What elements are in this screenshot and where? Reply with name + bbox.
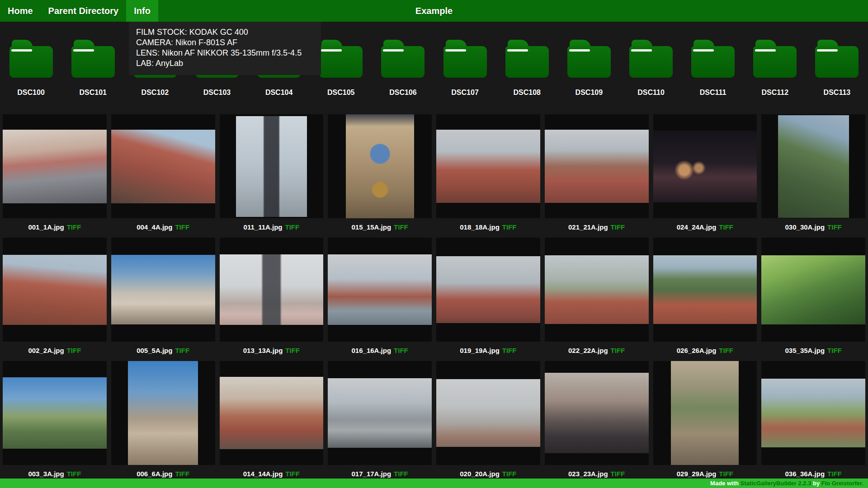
thumbnail-box[interactable]	[3, 238, 107, 342]
thumbnail-box[interactable]	[545, 114, 649, 218]
thumbnail-tiff-link[interactable]: TIFF	[827, 223, 842, 231]
folder-item[interactable]: DSC100	[9, 40, 53, 114]
thumbnail-tiff-link[interactable]: TIFF	[175, 347, 189, 354]
folder-item[interactable]: DSC110	[629, 40, 673, 114]
thumbnail-filename-link[interactable]: 015_15A.jpg	[352, 223, 392, 231]
thumbnail-filename-link[interactable]: 018_18A.jpg	[460, 223, 500, 231]
thumbnail-box[interactable]	[436, 361, 540, 465]
thumbnail-image[interactable]	[128, 361, 198, 465]
thumbnail-tiff-link[interactable]: TIFF	[502, 347, 517, 354]
thumbnail-filename-link[interactable]: 024_24A.jpg	[677, 223, 717, 231]
thumbnail-tiff-link[interactable]: TIFF	[67, 223, 81, 231]
thumbnail-image[interactable]	[761, 255, 865, 324]
thumbnail-image[interactable]	[545, 255, 649, 324]
thumbnail-filename-link[interactable]: 016_16A.jpg	[352, 347, 392, 354]
thumbnail-filename-link[interactable]: 020_20A.jpg	[460, 470, 500, 478]
thumbnail-image[interactable]	[761, 379, 865, 447]
thumbnail-tiff-link[interactable]: TIFF	[611, 470, 625, 478]
thumbnail-box[interactable]	[653, 238, 757, 342]
thumbnail-image[interactable]	[545, 373, 649, 453]
folder-item[interactable]: DSC105	[319, 40, 363, 114]
footer-builder-link[interactable]: StaticGalleryBuilder 2.2.3	[741, 480, 811, 487]
thumbnail-tiff-link[interactable]: TIFF	[502, 223, 517, 231]
thumbnail-filename-link[interactable]: 036_36A.jpg	[785, 470, 825, 478]
thumbnail-tiff-link[interactable]: TIFF	[611, 347, 625, 354]
thumbnail-box[interactable]	[220, 361, 324, 465]
folder-item[interactable]: DSC107	[443, 40, 487, 114]
thumbnail-tiff-link[interactable]: TIFF	[175, 470, 189, 478]
thumbnail-filename-link[interactable]: 019_19A.jpg	[460, 347, 500, 354]
thumbnail-filename-link[interactable]: 004_4A.jpg	[137, 223, 172, 231]
thumbnail-box[interactable]	[436, 238, 540, 342]
thumbnail-image[interactable]	[653, 131, 757, 202]
thumbnail-tiff-link[interactable]: TIFF	[719, 223, 733, 231]
thumbnail-box[interactable]	[761, 361, 865, 465]
thumbnail-filename-link[interactable]: 002_2A.jpg	[28, 347, 64, 354]
thumbnail-tiff-link[interactable]: TIFF	[285, 347, 300, 354]
thumbnail-box[interactable]	[436, 114, 540, 218]
thumbnail-tiff-link[interactable]: TIFF	[67, 470, 81, 478]
thumbnail-filename-link[interactable]: 003_3A.jpg	[28, 470, 64, 478]
thumbnail-box[interactable]	[220, 114, 324, 218]
thumbnail-image[interactable]	[436, 256, 540, 323]
thumbnail-tiff-link[interactable]: TIFF	[719, 470, 733, 478]
thumbnail-image[interactable]	[436, 379, 540, 447]
folder-item[interactable]: DSC113	[815, 40, 859, 114]
thumbnail-filename-link[interactable]: 029_29A.jpg	[677, 470, 717, 478]
thumbnail-image[interactable]	[236, 116, 307, 217]
thumbnail-filename-link[interactable]: 006_6A.jpg	[137, 470, 172, 478]
thumbnail-image[interactable]	[436, 130, 540, 203]
nav-item[interactable]: Info	[126, 0, 158, 22]
thumbnail-image[interactable]	[111, 130, 215, 203]
thumbnail-image[interactable]	[328, 254, 432, 325]
thumbnail-image[interactable]	[3, 130, 107, 203]
folder-item[interactable]: DSC101	[71, 40, 115, 114]
thumbnail-box[interactable]	[328, 114, 432, 218]
thumbnail-filename-link[interactable]: 001_1A.jpg	[28, 223, 64, 231]
thumbnail-image[interactable]	[328, 378, 432, 448]
thumbnail-filename-link[interactable]: 021_21A.jpg	[568, 223, 608, 231]
thumbnail-filename-link[interactable]: 030_30A.jpg	[785, 223, 825, 231]
thumbnail-tiff-link[interactable]: TIFF	[502, 470, 517, 478]
thumbnail-image[interactable]	[545, 130, 649, 203]
thumbnail-box[interactable]	[111, 361, 215, 465]
thumbnail-image[interactable]	[778, 115, 849, 218]
thumbnail-tiff-link[interactable]: TIFF	[827, 470, 842, 478]
thumbnail-box[interactable]	[3, 114, 107, 218]
thumbnail-box[interactable]	[761, 238, 865, 342]
thumbnail-box[interactable]	[653, 361, 757, 465]
nav-item[interactable]: Parent Directory	[41, 0, 127, 22]
thumbnail-box[interactable]	[328, 238, 432, 342]
thumbnail-image[interactable]	[220, 254, 324, 325]
thumbnail-image[interactable]	[653, 255, 757, 324]
thumbnail-box[interactable]	[761, 114, 865, 218]
thumbnail-filename-link[interactable]: 011_11A.jpg	[244, 223, 283, 231]
thumbnail-image[interactable]	[220, 377, 324, 449]
folder-item[interactable]: DSC112	[753, 40, 797, 114]
thumbnail-box[interactable]	[545, 361, 649, 465]
thumbnail-image[interactable]	[3, 377, 107, 449]
folder-item[interactable]: DSC109	[567, 40, 611, 114]
thumbnail-tiff-link[interactable]: TIFF	[285, 470, 300, 478]
thumbnail-box[interactable]	[220, 238, 324, 342]
folder-item[interactable]: DSC108	[505, 40, 549, 114]
thumbnail-image[interactable]	[3, 255, 107, 325]
thumbnail-tiff-link[interactable]: TIFF	[394, 470, 408, 478]
footer-author-link[interactable]: Flo Greistorfer.	[821, 480, 863, 487]
thumbnail-filename-link[interactable]: 035_35A.jpg	[785, 347, 825, 354]
thumbnail-tiff-link[interactable]: TIFF	[285, 223, 300, 231]
folder-item[interactable]: DSC106	[381, 40, 425, 114]
thumbnail-tiff-link[interactable]: TIFF	[719, 347, 733, 354]
thumbnail-filename-link[interactable]: 017_17A.jpg	[352, 470, 392, 478]
thumbnail-filename-link[interactable]: 022_22A.jpg	[568, 347, 608, 354]
thumbnail-tiff-link[interactable]: TIFF	[394, 347, 408, 354]
thumbnail-image[interactable]	[671, 361, 739, 465]
nav-item[interactable]: Home	[0, 0, 41, 22]
thumbnail-box[interactable]	[545, 238, 649, 342]
thumbnail-filename-link[interactable]: 005_5A.jpg	[137, 347, 172, 354]
thumbnail-box[interactable]	[653, 114, 757, 218]
thumbnail-box[interactable]	[3, 361, 107, 465]
thumbnail-filename-link[interactable]: 014_14A.jpg	[243, 470, 283, 478]
thumbnail-filename-link[interactable]: 023_23A.jpg	[568, 470, 608, 478]
thumbnail-box[interactable]	[111, 114, 215, 218]
